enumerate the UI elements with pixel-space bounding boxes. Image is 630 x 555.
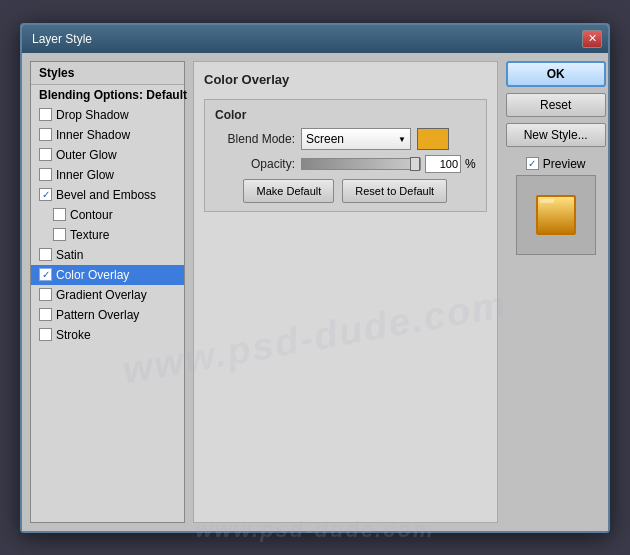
title-bar: Layer Style ✕ [22,25,608,53]
make-default-button[interactable]: Make Default [243,179,334,203]
color-swatch[interactable] [417,128,449,150]
sidebar-item-texture[interactable]: Texture [31,225,184,245]
ok-button[interactable]: OK [506,61,606,87]
inner-shadow-checkbox[interactable] [39,128,52,141]
pattern-overlay-checkbox[interactable] [39,308,52,321]
layer-style-dialog: Layer Style ✕ Styles Blending Options: D… [20,23,610,533]
opacity-slider-wrap: % [301,155,476,173]
preview-box [516,175,596,255]
sidebar-item-contour[interactable]: Contour [31,205,184,225]
contour-label: Contour [70,208,113,222]
defaults-buttons-row: Make Default Reset to Default [215,179,476,203]
blend-mode-row: Blend Mode: Screen Normal Multiply Overl… [215,128,476,150]
preview-section: Preview [506,157,606,255]
sidebar-item-inner-shadow[interactable]: Inner Shadow [31,125,184,145]
outer-glow-label: Outer Glow [56,148,117,162]
satin-checkbox[interactable] [39,248,52,261]
main-panel: Color Overlay Color Blend Mode: Screen N… [193,61,498,523]
stroke-checkbox[interactable] [39,328,52,341]
sidebar-item-inner-glow[interactable]: Inner Glow [31,165,184,185]
preview-checkbox[interactable] [526,157,539,170]
blend-mode-select[interactable]: Screen Normal Multiply Overlay [301,128,411,150]
stroke-label: Stroke [56,328,91,342]
sidebar-item-color-overlay[interactable]: Color Overlay [31,265,184,285]
sidebar-item-drop-shadow[interactable]: Drop Shadow [31,105,184,125]
sidebar-item-satin[interactable]: Satin [31,245,184,265]
contour-checkbox[interactable] [53,208,66,221]
opacity-slider[interactable] [301,158,421,170]
close-button[interactable]: ✕ [582,30,602,48]
sub-section-title: Color [215,108,476,122]
blend-mode-label: Blend Mode: [215,132,295,146]
sidebar-item-blending[interactable]: Blending Options: Default [31,85,184,105]
right-panel: OK Reset New Style... Preview [506,61,606,523]
drop-shadow-label: Drop Shadow [56,108,129,122]
inner-glow-label: Inner Glow [56,168,114,182]
texture-checkbox[interactable] [53,228,66,241]
satin-label: Satin [56,248,83,262]
opacity-label: Opacity: [215,157,295,171]
gradient-overlay-label: Gradient Overlay [56,288,147,302]
blending-label: Blending Options: Default [39,88,187,102]
drop-shadow-checkbox[interactable] [39,108,52,121]
sidebar-item-pattern-overlay[interactable]: Pattern Overlay [31,305,184,325]
gradient-overlay-checkbox[interactable] [39,288,52,301]
outer-glow-checkbox[interactable] [39,148,52,161]
reset-button[interactable]: Reset [506,93,606,117]
color-overlay-checkbox[interactable] [39,268,52,281]
inner-glow-checkbox[interactable] [39,168,52,181]
new-style-button[interactable]: New Style... [506,123,606,147]
title-bar-buttons: ✕ [582,30,602,48]
preview-label-row: Preview [526,157,586,171]
blend-mode-dropdown-wrap: Screen Normal Multiply Overlay [301,128,411,150]
percent-label: % [465,157,476,171]
bevel-emboss-label: Bevel and Emboss [56,188,156,202]
dialog-content: Styles Blending Options: Default Drop Sh… [22,53,608,531]
preview-label: Preview [543,157,586,171]
preview-icon [532,191,580,239]
inner-shadow-label: Inner Shadow [56,128,130,142]
texture-label: Texture [70,228,109,242]
opacity-input[interactable] [425,155,461,173]
sidebar-item-stroke[interactable]: Stroke [31,325,184,345]
reset-to-default-button[interactable]: Reset to Default [342,179,447,203]
sidebar-item-outer-glow[interactable]: Outer Glow [31,145,184,165]
color-section-box: Color Blend Mode: Screen Normal Multiply… [204,99,487,212]
styles-panel: Styles Blending Options: Default Drop Sh… [30,61,185,523]
dialog-title: Layer Style [32,32,92,46]
svg-rect-2 [540,199,554,203]
sidebar-item-gradient-overlay[interactable]: Gradient Overlay [31,285,184,305]
color-overlay-label: Color Overlay [56,268,129,282]
pattern-overlay-label: Pattern Overlay [56,308,139,322]
section-title: Color Overlay [204,72,487,87]
sidebar-item-bevel-emboss[interactable]: Bevel and Emboss [31,185,184,205]
opacity-row: Opacity: % [215,155,476,173]
styles-header: Styles [31,62,184,85]
bevel-emboss-checkbox[interactable] [39,188,52,201]
